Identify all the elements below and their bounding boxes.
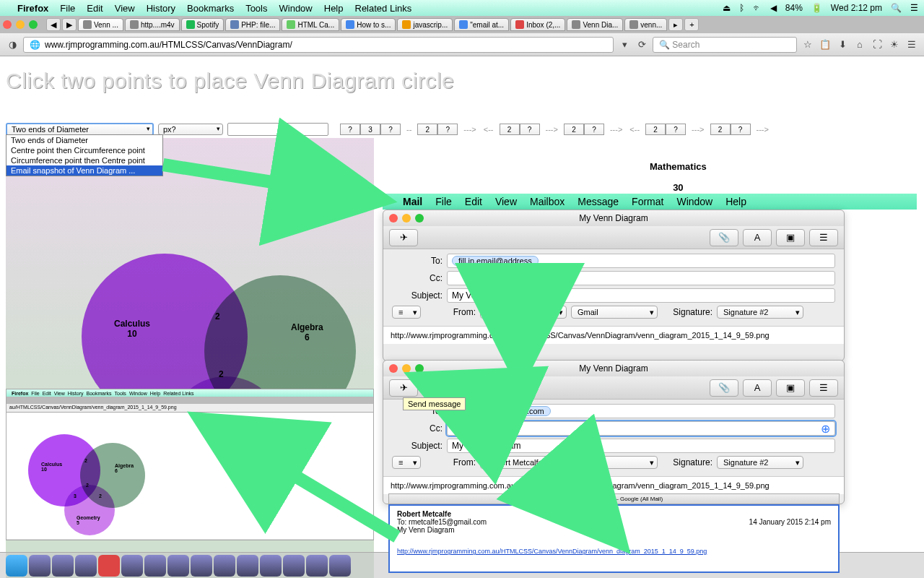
dock-item[interactable] [191,555,212,577]
tab-overflow-button[interactable]: ▸ [668,18,683,31]
nav-fwd-button[interactable]: ▶ [62,18,77,31]
download-icon[interactable]: ⬇ [836,38,849,51]
step-l[interactable]: ? [340,124,360,135]
step-l[interactable]: 2 [564,124,584,135]
step-r[interactable]: ? [437,124,458,135]
minimize-icon[interactable] [402,364,411,373]
shield-icon[interactable]: ◑ [6,38,19,51]
list-button[interactable]: ☰ [809,379,838,397]
home-icon[interactable]: ⌂ [853,38,866,51]
to-field[interactable]: rmetcalfe15@gmail.com [447,404,835,418]
close-window-button[interactable] [3,20,12,29]
reload-icon[interactable]: ⟳ [635,38,648,51]
wifi-icon[interactable]: ᯤ [753,3,762,13]
new-tab-button[interactable]: + [684,18,699,31]
to-pill[interactable]: rmetcalfe15@gmail.com [452,406,551,416]
menu-file[interactable]: File [60,3,75,14]
tab-venndia[interactable]: Venn Dia... [567,18,623,31]
attach-button[interactable]: 📎 [710,379,738,397]
header-opts-select[interactable]: ≡ [392,456,421,469]
search-field[interactable]: 🔍 Search [653,37,797,53]
dock-item[interactable] [329,555,351,577]
mail-menu-file[interactable]: File [435,196,452,207]
from-select[interactable]: Robert Metcalfe... [480,456,567,469]
close-icon[interactable] [389,364,398,373]
photo-button[interactable]: ▣ [776,379,805,397]
cc-field[interactable] [447,271,835,285]
hamburger-icon[interactable]: ☰ [905,38,918,51]
minimize-window-button[interactable] [16,20,25,29]
dock-item[interactable] [214,555,235,577]
mode-dropdown-open[interactable]: Two ends of Diameter Centre point then C… [6,134,163,176]
header-opts-select[interactable]: ≡ [392,306,421,319]
dock-item[interactable] [29,555,51,577]
step-l[interactable]: 2 [417,124,437,135]
dropmarker-icon[interactable]: ▾ [618,38,631,51]
list-button[interactable]: ☰ [809,229,838,246]
dock-finder-icon[interactable] [6,555,27,577]
mail-menu-view[interactable]: View [495,196,517,207]
mail-menu-mailbox[interactable]: Mailbox [530,196,565,207]
tab-venn2[interactable]: venn... [624,18,667,31]
signature-select[interactable]: Signature #2 [717,456,803,469]
dock-item[interactable] [283,555,305,577]
step-r[interactable]: ? [584,124,604,135]
mail-menu-message[interactable]: Message [578,196,619,207]
dock-item[interactable] [121,555,143,577]
tab-venn[interactable]: Venn ... [78,18,123,31]
dropdown-item[interactable]: Two ends of Diameter [6,135,162,145]
step-r[interactable]: ? [666,124,686,135]
mail-menu-help[interactable]: Help [725,196,746,207]
dock-item[interactable] [237,555,258,577]
tab-php[interactable]: PHP: file... [225,18,280,31]
menu-extras-icon[interactable]: ☰ [910,3,918,13]
mail-menu-format[interactable]: Format [632,196,663,207]
subject-field[interactable]: My Venn Diagram [447,288,835,303]
clipboard-icon[interactable]: 📋 [819,38,832,51]
clock[interactable]: Wed 2:12 pm [831,3,882,13]
dock-item[interactable] [75,555,97,577]
mail-app-name[interactable]: Mail [403,196,422,207]
url-field[interactable]: 🌐 www.rjmprogramming.com.au/HTMLCSS/Canv… [23,37,614,53]
dock-item[interactable] [144,555,166,577]
step-r[interactable]: ? [380,124,401,135]
zoom-window-button[interactable] [29,20,38,29]
close-icon[interactable] [389,214,398,223]
text-input-1[interactable] [227,123,328,136]
zoom-icon[interactable] [415,214,424,223]
star-icon[interactable]: ☆ [801,38,814,51]
mail-title-bar[interactable]: My Venn Diagram [383,361,844,376]
menu-window[interactable]: Window [279,3,313,14]
menu-help[interactable]: Help [324,3,344,14]
attach-button[interactable]: 📎 [710,229,738,246]
fullscreen-icon[interactable]: ⛶ [871,38,884,51]
step-l[interactable]: 2 [710,124,731,135]
volume-icon[interactable]: ◀ [770,3,777,13]
cc-field[interactable]: ⊕ [447,421,835,436]
signature-select[interactable]: Signature #2 [717,306,803,319]
tab-inbox[interactable]: Inbox (2,... [510,18,565,31]
font-button[interactable]: A [743,229,772,246]
sun-icon[interactable]: ☀ [888,38,901,51]
dock-item[interactable] [260,555,282,577]
tab-spotify[interactable]: Spotify [181,18,225,31]
menubar-app[interactable]: Firefox [17,3,48,14]
menu-bookmarks[interactable]: Bookmarks [187,3,234,14]
unit-select[interactable]: px? [158,124,223,135]
tab-js[interactable]: javascrip... [397,18,453,31]
step-l[interactable]: 2 [645,124,666,135]
menu-tools[interactable]: Tools [245,3,267,14]
dropdown-item[interactable]: Circumference point then Centre point [6,155,162,165]
mail-title-bar[interactable]: My Venn Diagram [383,210,844,226]
photo-button[interactable]: ▣ [776,229,805,246]
account-select[interactable]: Gmail [571,456,658,469]
mail-body[interactable]: http://www.rjmprogramming.com.au/HTMLCSS… [383,326,844,344]
dock-item[interactable] [306,555,328,577]
mail-body[interactable]: http://www.rjmprogramming.com.au/HTMLCSS… [383,476,844,494]
tab-http[interactable]: http....m4v [125,18,180,31]
nav-back-button[interactable]: ◀ [46,18,61,31]
send-button[interactable]: ✈ [389,379,418,397]
minimize-icon[interactable] [402,214,411,223]
dock-item[interactable] [167,555,189,577]
account-select[interactable]: Gmail [571,306,658,319]
